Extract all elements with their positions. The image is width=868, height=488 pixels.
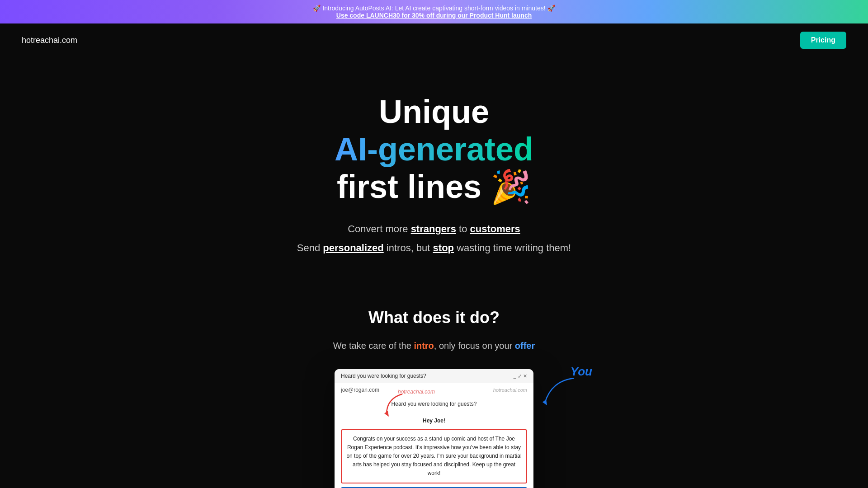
navbar-brand[interactable]: hotreachai.com: [22, 36, 77, 45]
email-first-line-text: Congrats on your success as a stand up c…: [346, 436, 521, 477]
hero-line1: Unique: [379, 94, 489, 130]
email-first-lines-box: Congrats on your success as a stand up c…: [341, 429, 527, 483]
email-from-address: joe@rogan.com: [341, 387, 379, 393]
pricing-button[interactable]: Pricing: [800, 32, 846, 49]
hero-title: Unique AI-generated first lines 🎉: [9, 93, 859, 205]
email-greeting: Hey Joe!: [341, 417, 527, 425]
subtitle2-mid: intros, but: [384, 242, 433, 253]
desc-offer: offer: [515, 341, 535, 351]
desc-mid: , only focus on your: [434, 341, 515, 351]
navbar: hotreachai.com Pricing: [0, 23, 868, 57]
email-subject-field: Heard you were looking for guests?: [335, 397, 533, 411]
hotreach-annotation: hotreachai.com: [398, 387, 435, 395]
top-banner: 🚀 Introducing AutoPosts AI: Let AI creat…: [0, 0, 868, 23]
window-controls: _ ⤢ ✕: [514, 373, 527, 379]
what-section: What does it do? We take care of the int…: [0, 299, 868, 488]
email-subject-header: Heard you were looking for guests?: [341, 373, 426, 379]
banner-link[interactable]: Use code LAUNCH30 for 30% off during our…: [336, 12, 532, 19]
subtitle2-word2: stop: [433, 242, 454, 253]
mockup-container: You hotreachai.com Heard you: [9, 369, 859, 488]
hero-section: Unique AI-generated first lines 🎉 Conver…: [0, 57, 868, 299]
email-body: Hey Joe! Congrats on your success as a s…: [335, 411, 533, 488]
subtitle1-mid: to: [456, 223, 470, 235]
hero-subtitle1: Convert more strangers to customers: [9, 223, 859, 235]
svg-marker-0: [542, 399, 547, 405]
what-title: What does it do?: [9, 308, 859, 327]
subtitle2-post: wasting time writing them!: [454, 242, 571, 253]
subtitle2-word1: personalized: [323, 242, 383, 253]
you-annotation: You: [571, 365, 592, 379]
banner-text: 🚀 Introducing AutoPosts AI: Let AI creat…: [313, 5, 555, 12]
you-arrow-icon: [542, 376, 579, 408]
annotation-wrapper: You hotreachai.com Heard you: [335, 369, 533, 488]
email-watermark: hotreachai.com: [493, 387, 527, 393]
subtitle1-word1: strangers: [411, 223, 456, 235]
desc-pre: We take care of the: [333, 341, 414, 351]
what-desc: We take care of the intro, only focus on…: [9, 341, 859, 351]
subtitle1-word2: customers: [470, 223, 520, 235]
email-window-header: Heard you were looking for guests? _ ⤢ ✕: [335, 369, 533, 383]
hero-subtitle2: Send personalized intros, but stop wasti…: [9, 242, 859, 254]
desc-intro: intro: [414, 341, 434, 351]
hero-line3: first lines 🎉: [337, 169, 531, 205]
hotreach-arrow-icon: [384, 394, 407, 417]
subtitle2-pre: Send: [297, 242, 323, 253]
subtitle1-pre: Convert more: [348, 223, 410, 235]
hero-line2: AI-generated: [335, 131, 533, 167]
